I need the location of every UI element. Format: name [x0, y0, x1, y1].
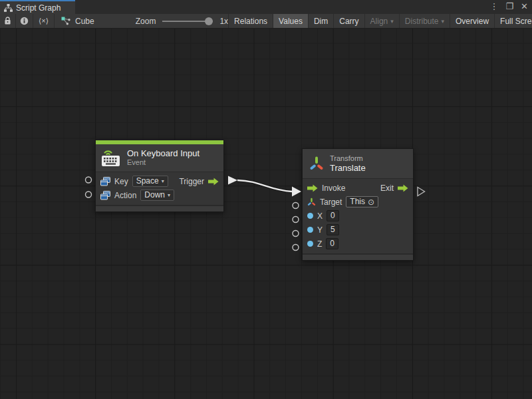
self-target-icon: ⊙ [368, 198, 374, 206]
enum-icon [100, 191, 110, 200]
toolbar-button-overview[interactable]: Overview [450, 14, 495, 28]
toolbar-button-distribute[interactable]: Distribute ▾ [400, 14, 450, 28]
hierarchy-icon [4, 4, 13, 12]
node-footer [303, 253, 413, 260]
port-dot-x[interactable] [307, 213, 313, 219]
node-footer [96, 205, 223, 211]
node-subtitle: Event [127, 158, 200, 167]
zoom-label: Zoom [136, 17, 156, 26]
node-title: On Keyboard Input [127, 148, 200, 158]
chevron-down-icon: ▾ [442, 18, 445, 25]
exit-label: Exit [380, 184, 394, 193]
key-dropdown[interactable]: Space ▾ [132, 176, 168, 187]
graph-icon [61, 17, 71, 25]
row-invoke: Invoke Exit [303, 181, 413, 195]
info-icon [20, 17, 29, 25]
node-title: Translate [330, 163, 366, 173]
row-input-x: X 0 [303, 209, 413, 223]
toolbar-button-dim[interactable]: Dim [309, 14, 334, 28]
lock-icon [4, 17, 11, 25]
x-value-field[interactable]: 0 [327, 210, 339, 221]
close-icon[interactable]: ✕ [521, 0, 528, 13]
window-menu-icon[interactable]: ⋮ [489, 0, 498, 13]
zoom-slider-handle[interactable] [205, 17, 213, 25]
title-bar: Script Graph ⋮ ❐ ✕ [0, 0, 532, 14]
keyboard-icon [101, 148, 121, 167]
port-dot-z[interactable] [307, 241, 313, 247]
x-label: X [317, 211, 323, 221]
row-key: Key Space ▾ Trigger [96, 174, 223, 188]
zoom-slider[interactable] [162, 14, 213, 29]
port-dot-y[interactable] [307, 227, 313, 233]
info-button[interactable] [16, 14, 33, 28]
y-label: Y [317, 225, 323, 235]
unit-node-header[interactable]: Transform Translate [303, 149, 413, 179]
event-node-header[interactable]: On Keyboard Input Event [96, 144, 223, 172]
enum-icon [100, 177, 110, 186]
row-target: Target This ⊙ [303, 195, 413, 209]
unit-node-translate[interactable]: Transform Translate Invoke Exit Target T… [302, 148, 414, 261]
chevron-down-icon: ▾ [162, 176, 164, 186]
graph-breadcrumb[interactable]: Cube [55, 14, 101, 28]
node-category: Transform [330, 154, 366, 163]
maximize-icon[interactable]: ❐ [505, 0, 513, 13]
tab-script-graph[interactable]: Script Graph [0, 0, 75, 14]
invoke-label: Invoke [322, 184, 345, 193]
row-input-z: Z 0 [303, 237, 413, 251]
event-node-on-keyboard-input[interactable]: On Keyboard Input Event Key Space ▾ Trig… [95, 140, 224, 212]
target-label: Target [320, 198, 342, 207]
target-value-box[interactable]: This ⊙ [346, 196, 378, 207]
toolbar-button-align[interactable]: Align ▾ [365, 14, 400, 28]
zoom-value: 1x [219, 17, 228, 26]
y-value-field[interactable]: 5 [327, 224, 339, 235]
action-label: Action [114, 191, 136, 200]
key-label: Key [114, 177, 128, 186]
graph-canvas[interactable] [0, 29, 532, 399]
invoke-arrow-icon[interactable] [307, 184, 318, 192]
transform-icon [309, 156, 324, 172]
row-action: Action Down ▾ [96, 188, 223, 202]
z-label: Z [317, 239, 322, 249]
chevron-down-icon: ▾ [168, 190, 170, 200]
z-value-field[interactable]: 0 [326, 238, 338, 249]
row-input-y: Y 5 [303, 223, 413, 237]
action-dropdown[interactable]: Down ▾ [140, 190, 174, 201]
trigger-arrow-icon[interactable] [208, 178, 219, 186]
transform-mini-icon [307, 198, 316, 206]
exit-arrow-icon[interactable] [398, 184, 408, 192]
toolbar-button-relations[interactable]: Relations [228, 14, 273, 28]
code-icon: ⟨×⟩ [39, 17, 49, 25]
graph-toolbar: ⟨×⟩ Cube Zoom 1x Relations Values Dim Ca… [0, 14, 532, 29]
chevron-down-icon: ▾ [390, 18, 394, 25]
toolbar-button-values[interactable]: Values [273, 14, 309, 28]
toolbar-button-carry[interactable]: Carry [334, 14, 364, 28]
graph-name: Cube [75, 17, 94, 26]
code-preview-button[interactable]: ⟨×⟩ [33, 14, 55, 28]
lock-button[interactable] [0, 14, 16, 28]
trigger-label: Trigger [179, 177, 204, 186]
tab-title: Script Graph [16, 3, 61, 13]
toolbar-button-fullscreen[interactable]: Full Screen [495, 14, 532, 28]
